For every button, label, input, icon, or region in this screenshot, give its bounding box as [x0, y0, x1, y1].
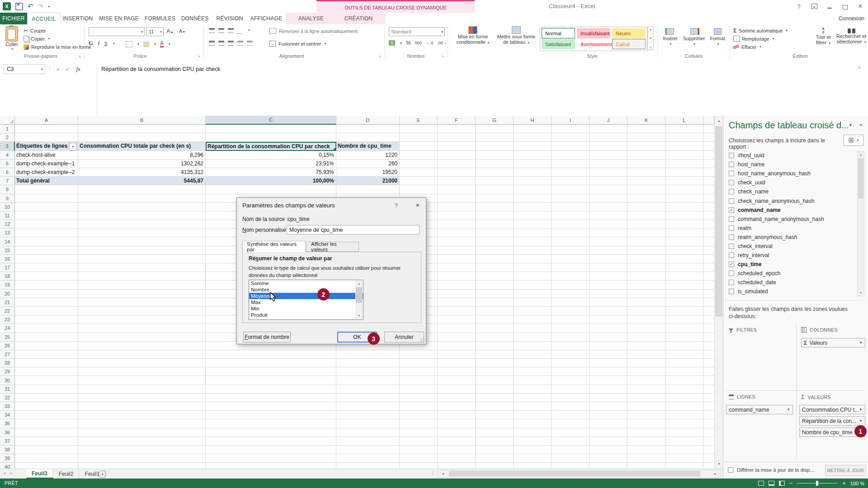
- cell-L21[interactable]: [665, 298, 703, 307]
- clear-button[interactable]: Effacer▾: [733, 43, 788, 50]
- cell-B15[interactable]: [78, 246, 206, 255]
- cell-K2[interactable]: [627, 133, 665, 142]
- cell-K28[interactable]: [627, 359, 665, 367]
- column-header-B[interactable]: B: [78, 116, 206, 125]
- accounting-format-icon[interactable]: $: [389, 40, 395, 46]
- row-header-5[interactable]: 5: [0, 160, 15, 168]
- cell-D29[interactable]: [336, 367, 400, 376]
- cell-A38[interactable]: [15, 446, 78, 454]
- field-list-scroll-up-icon[interactable]: ▲: [858, 151, 864, 158]
- cell-partial-21[interactable]: [703, 298, 714, 307]
- cell-H40[interactable]: [514, 463, 552, 469]
- cell-L37[interactable]: [665, 437, 703, 446]
- cell-A8[interactable]: [15, 185, 78, 194]
- redo-icon[interactable]: ↷: [38, 2, 44, 10]
- cell-K11[interactable]: [627, 211, 665, 220]
- cell-K6[interactable]: [627, 168, 665, 177]
- cell-F25[interactable]: [438, 333, 476, 342]
- cell-D27[interactable]: [336, 350, 400, 359]
- row-header-8[interactable]: 8: [0, 185, 15, 194]
- cell-F36[interactable]: [438, 428, 476, 437]
- cell-A39[interactable]: [15, 454, 78, 463]
- cell-D2[interactable]: [336, 133, 400, 142]
- number-format-button[interactable]: Format de nombre: [243, 332, 291, 343]
- cell-C5[interactable]: 23,91%: [206, 160, 336, 168]
- cell-C32[interactable]: [206, 394, 336, 402]
- conditional-formatting-button[interactable]: Mise en forme conditionnelle ▾: [452, 26, 494, 52]
- cell-J20[interactable]: [590, 290, 627, 298]
- options-scroll-thumb[interactable]: [356, 287, 362, 303]
- cell-B24[interactable]: [78, 324, 206, 333]
- decrease-decimal-icon[interactable]: .00→: [437, 41, 447, 45]
- cell-L29[interactable]: [665, 367, 703, 376]
- cell-partial-18[interactable]: [703, 272, 714, 281]
- cell-I21[interactable]: [552, 298, 590, 307]
- cell-F5[interactable]: [438, 160, 476, 168]
- cell-F15[interactable]: [438, 246, 476, 255]
- cell-E34[interactable]: [400, 411, 438, 419]
- tab-création[interactable]: CRÉATION: [335, 13, 382, 24]
- cell-K40[interactable]: [627, 463, 665, 469]
- cell-L6[interactable]: [665, 168, 703, 177]
- align-left-icon[interactable]: [209, 41, 215, 46]
- cell-B38[interactable]: [78, 446, 206, 454]
- field-item-check_interval[interactable]: check_interval: [726, 242, 856, 251]
- ribbon-display-options-button[interactable]: ▲: [808, 1, 820, 11]
- cell-J38[interactable]: [590, 446, 627, 454]
- cell-I38[interactable]: [552, 446, 590, 454]
- cell-partial-33[interactable]: [703, 402, 714, 411]
- cell-A17[interactable]: [15, 263, 78, 272]
- cell-B1[interactable]: [78, 125, 206, 133]
- selection-fill-handle[interactable]: [333, 148, 336, 151]
- cell-H4[interactable]: [514, 151, 552, 160]
- column-header-J[interactable]: J: [590, 116, 627, 125]
- cell-F13[interactable]: [438, 229, 476, 237]
- row-header-9[interactable]: 9: [0, 194, 15, 203]
- cell-partial-7[interactable]: [703, 177, 714, 185]
- row-header-22[interactable]: 22: [0, 307, 15, 315]
- cell-F26[interactable]: [438, 342, 476, 350]
- help-button[interactable]: ?: [793, 1, 805, 11]
- cell-L35[interactable]: [665, 419, 703, 428]
- cell-L20[interactable]: [665, 290, 703, 298]
- cell-I35[interactable]: [552, 419, 590, 428]
- cell-G14[interactable]: [476, 237, 514, 246]
- cell-H35[interactable]: [514, 419, 552, 428]
- cell-H14[interactable]: [514, 237, 552, 246]
- field-checkbox-host_name[interactable]: [729, 162, 734, 167]
- cell-E31[interactable]: [400, 385, 438, 394]
- cell-A35[interactable]: [15, 419, 78, 428]
- cell-G31[interactable]: [476, 385, 514, 394]
- align-right-icon[interactable]: [228, 41, 234, 46]
- cell-A10[interactable]: [15, 203, 78, 211]
- cell-I28[interactable]: [552, 359, 590, 367]
- cell-I20[interactable]: [552, 290, 590, 298]
- cell-A5[interactable]: dump-check-example--1: [15, 160, 78, 168]
- option-min[interactable]: Min: [249, 305, 363, 312]
- cell-L18[interactable]: [665, 272, 703, 281]
- row-header-30[interactable]: 30: [0, 376, 15, 385]
- cell-L28[interactable]: [665, 359, 703, 367]
- option-moyenne[interactable]: Moyenne: [249, 293, 363, 299]
- cell-A1[interactable]: [15, 125, 78, 133]
- cell-B13[interactable]: [78, 229, 206, 237]
- cell-partial-3[interactable]: [703, 142, 714, 150]
- cell-partial-27[interactable]: [703, 350, 714, 359]
- cell-H28[interactable]: [514, 359, 552, 367]
- cell-K30[interactable]: [627, 376, 665, 385]
- cell-B17[interactable]: [78, 263, 206, 272]
- cell-E7[interactable]: [400, 177, 438, 185]
- cell-K35[interactable]: [627, 419, 665, 428]
- cell-B29[interactable]: [78, 367, 206, 376]
- cell-K18[interactable]: [627, 272, 665, 281]
- italic-button[interactable]: I: [98, 40, 99, 47]
- field-item-host_name[interactable]: host_name: [726, 160, 856, 169]
- orientation-icon[interactable]: [236, 28, 245, 34]
- cell-A31[interactable]: [15, 385, 78, 394]
- sheet-nav-right-icon[interactable]: ▸: [10, 471, 13, 475]
- custom-name-input[interactable]: Moyenne de cpu_time: [287, 225, 420, 235]
- field-checkbox-check_name_anonymous_hash[interactable]: [729, 198, 734, 204]
- cell-K16[interactable]: [627, 255, 665, 263]
- cell-K15[interactable]: [627, 246, 665, 255]
- cell-H21[interactable]: [514, 298, 552, 307]
